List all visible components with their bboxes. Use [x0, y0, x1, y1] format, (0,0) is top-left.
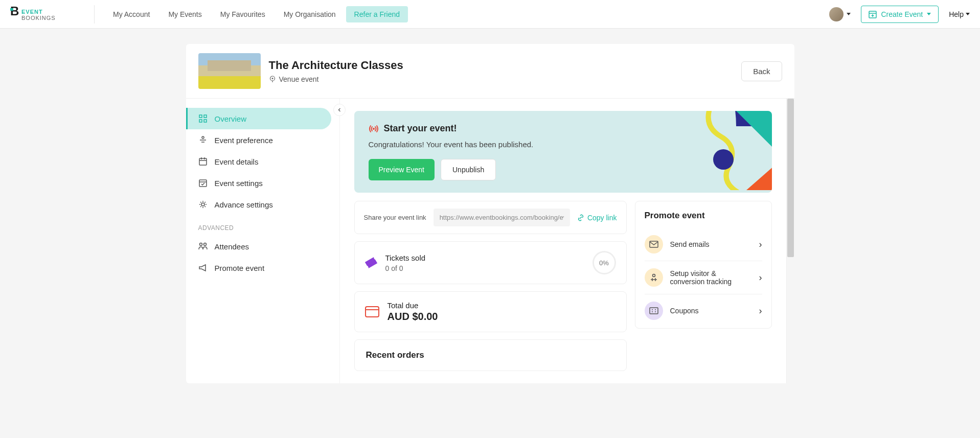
sidebar-item-label: Overview [215, 114, 247, 123]
users-icon [198, 242, 208, 251]
promo-item-label: Send emails [670, 240, 752, 248]
chevron-down-icon [847, 13, 851, 15]
scrollbar-thumb[interactable] [787, 99, 794, 257]
sidebar-item-promote[interactable]: Promote event [186, 257, 339, 279]
svg-point-23 [201, 203, 204, 206]
sidebar-item-attendees[interactable]: Attendees [186, 236, 339, 257]
svg-point-9 [271, 78, 273, 79]
due-amount: AUD $0.00 [388, 311, 438, 322]
sidebar-item-settings[interactable]: Event settings [186, 172, 339, 194]
total-due-card: Total due AUD $0.00 [354, 291, 627, 332]
share-link-card: Share your event link Copy link [354, 201, 627, 234]
share-link-input[interactable] [434, 209, 570, 226]
banner-title-text: Start your event! [384, 123, 457, 134]
svg-text:BOOKINGS: BOOKINGS [21, 15, 56, 21]
sidebar-item-overview[interactable]: Overview [186, 108, 331, 129]
sidebar-item-advance[interactable]: Advance settings [186, 194, 339, 215]
chevron-right-icon: › [759, 239, 762, 250]
unpublish-button[interactable]: Unpublish [441, 159, 496, 180]
event-subtitle: Venue event [279, 75, 319, 83]
chevron-right-icon: › [759, 306, 762, 316]
svg-rect-11 [204, 115, 207, 118]
orders-title: Recent orders [366, 350, 615, 360]
svg-point-38 [652, 311, 653, 312]
sidebar: Overview Event preference Event details … [186, 99, 339, 383]
promote-event-card: Promote event Send emails › Setup visito… [635, 201, 772, 329]
tickets-count: 0 of 0 [385, 264, 426, 272]
calendar-icon [198, 157, 208, 166]
nav-my-organisation[interactable]: My Organisation [276, 6, 344, 22]
nav-my-account[interactable]: My Account [105, 6, 158, 22]
promote-title: Promote event [645, 211, 762, 221]
svg-rect-13 [204, 120, 207, 122]
sidebar-item-label: Event details [215, 157, 259, 166]
event-title: The Architecture Classes [269, 59, 403, 72]
svg-rect-30 [650, 241, 658, 247]
sidebar-item-label: Attendees [215, 242, 249, 251]
banner-subtitle: Congratulations! Your event has been pub… [369, 140, 758, 149]
sidebar-item-preference[interactable]: Event preference [186, 129, 339, 151]
main-content: Start your event! Congratulations! Your … [339, 99, 786, 383]
megaphone-icon [198, 263, 208, 272]
svg-rect-35 [650, 308, 658, 314]
event-thumbnail [198, 53, 261, 89]
chevron-right-icon: › [759, 272, 762, 283]
back-button[interactable]: Back [741, 61, 782, 81]
grid-icon [198, 114, 208, 123]
share-label: Share your event link [364, 214, 426, 221]
svg-point-25 [203, 243, 206, 246]
calendar-plus-icon [869, 10, 877, 18]
svg-point-39 [655, 311, 656, 312]
mail-icon [645, 235, 663, 253]
create-event-label: Create Event [881, 10, 923, 18]
credit-card-icon [365, 306, 379, 317]
tracking-icon [645, 268, 663, 287]
svg-point-29 [373, 128, 375, 130]
event-header: The Architecture Classes Venue event Bac… [186, 44, 794, 99]
nav-my-events[interactable]: My Events [160, 6, 210, 22]
promo-tracking[interactable]: Setup visitor & conversion tracking › [645, 261, 762, 294]
svg-rect-10 [199, 115, 202, 118]
collapse-sidebar-button[interactable] [333, 104, 346, 116]
copy-link-label: Copy link [587, 214, 617, 222]
chevron-left-icon [337, 108, 341, 112]
promo-coupons[interactable]: Coupons › [645, 294, 762, 325]
broadcast-icon [369, 124, 379, 133]
copy-link-button[interactable]: Copy link [577, 214, 617, 222]
svg-rect-12 [199, 120, 202, 122]
svg-point-14 [202, 136, 204, 139]
ticket-icon [363, 256, 379, 270]
event-subtitle-row: Venue event [269, 75, 403, 83]
create-event-button[interactable]: Create Event [861, 6, 939, 23]
logo[interactable]: B EVENT BOOKINGS [10, 5, 95, 24]
promo-send-emails[interactable]: Send emails › [645, 228, 762, 261]
location-pin-icon [269, 76, 276, 83]
help-menu[interactable]: Help [949, 10, 970, 18]
svg-marker-27 [736, 111, 772, 162]
help-label: Help [949, 10, 964, 18]
recent-orders-card: Recent orders [354, 339, 627, 371]
nav-my-favourites[interactable]: My Favourites [212, 6, 274, 22]
svg-rect-1 [10, 8, 13, 11]
sidebar-item-label: Promote event [215, 264, 265, 272]
sidebar-item-label: Event settings [215, 179, 263, 188]
sidebar-section-header: ADVANCED [186, 215, 339, 236]
preview-event-button[interactable]: Preview Event [369, 159, 435, 180]
scrollbar[interactable] [786, 99, 794, 383]
top-header: B EVENT BOOKINGS My Account My Events My… [0, 0, 980, 29]
promo-item-label: Setup visitor & conversion tracking [670, 269, 752, 286]
promo-item-label: Coupons [670, 307, 752, 315]
sidebar-item-label: Advance settings [215, 200, 273, 209]
nav-refer-friend[interactable]: Refer a Friend [346, 6, 408, 22]
user-menu[interactable] [829, 7, 851, 21]
svg-rect-17 [199, 158, 207, 165]
chevron-down-icon [927, 13, 931, 15]
header-right: Create Event Help [829, 6, 970, 23]
coupon-icon [645, 302, 663, 320]
link-icon [577, 214, 584, 221]
sidebar-item-details[interactable]: Event details [186, 151, 339, 172]
svg-rect-21 [199, 180, 207, 187]
due-title: Total due [388, 301, 438, 310]
sliders-icon [198, 135, 208, 145]
tickets-sold-card: Tickets sold 0 of 0 0% [354, 241, 627, 284]
